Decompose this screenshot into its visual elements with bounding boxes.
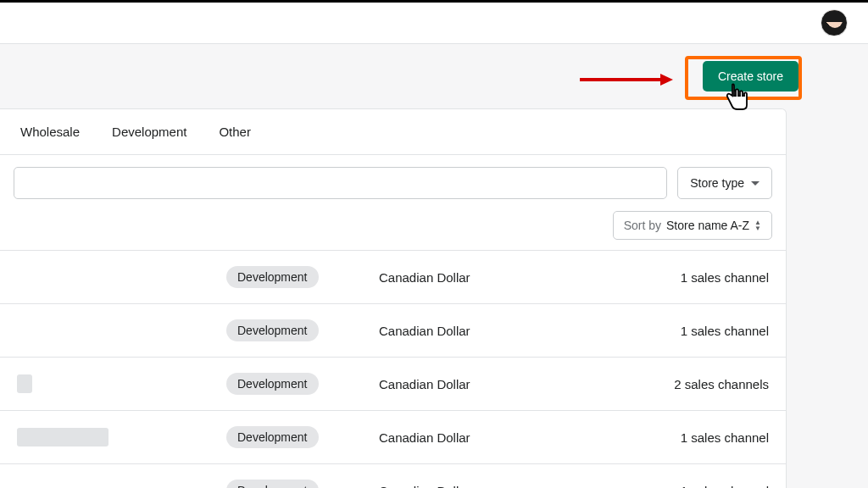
table-row[interactable]: DevelopmentCanadian Dollar2 sales channe…	[0, 357, 786, 410]
channels-cell: 1 sales channel	[599, 484, 769, 489]
badge-cell: Development	[226, 266, 379, 288]
top-bar	[0, 0, 868, 44]
store-name-cell	[17, 481, 226, 488]
currency-cell: Canadian Dollar	[379, 324, 599, 338]
store-name-placeholder	[17, 428, 108, 446]
store-type-label: Store type	[690, 176, 744, 190]
status-badge: Development	[226, 266, 319, 288]
currency-cell: Canadian Dollar	[379, 484, 599, 489]
badge-cell: Development	[226, 480, 379, 488]
channels-cell: 2 sales channels	[599, 377, 769, 391]
action-row: Create store	[0, 61, 868, 92]
create-store-button[interactable]: Create store	[703, 61, 798, 92]
store-name-cell	[17, 268, 226, 286]
status-badge: Development	[226, 480, 319, 488]
tabs: Wholesale Development Other	[0, 109, 786, 155]
table-row[interactable]: DevelopmentCanadian Dollar1 sales channe…	[0, 410, 786, 463]
badge-cell: Development	[226, 319, 379, 341]
currency-cell: Canadian Dollar	[379, 377, 599, 391]
currency-cell: Canadian Dollar	[379, 430, 599, 445]
store-name-cell	[17, 374, 226, 393]
store-name-cell	[17, 428, 226, 446]
tab-development[interactable]: Development	[112, 125, 186, 139]
page-body: Create store Wholesale Development Other…	[0, 44, 868, 488]
caret-down-icon	[751, 181, 760, 186]
status-badge: Development	[226, 373, 319, 395]
tab-wholesale[interactable]: Wholesale	[20, 125, 80, 139]
channels-cell: 1 sales channel	[599, 270, 769, 285]
annotation-arrow-icon	[580, 71, 673, 88]
avatar[interactable]	[821, 9, 848, 36]
table-row[interactable]: DevelopmentCanadian Dollar1 sales channe…	[0, 463, 786, 488]
store-name-cell	[17, 321, 226, 340]
store-name-placeholder	[17, 374, 32, 393]
badge-cell: Development	[226, 373, 379, 395]
sort-arrows-icon: ▲▼	[754, 220, 761, 231]
search-input[interactable]	[14, 167, 667, 199]
content-card: Wholesale Development Other Store type S…	[0, 108, 787, 488]
table-row[interactable]: DevelopmentCanadian Dollar1 sales channe…	[0, 250, 786, 303]
sort-prefix: Sort by	[624, 219, 661, 232]
sort-value: Store name A-Z	[666, 219, 749, 232]
sort-row: Sort by Store name A-Z ▲▼	[0, 211, 786, 250]
badge-cell: Development	[226, 426, 379, 448]
cursor-hand-icon	[724, 83, 749, 112]
filter-row: Store type	[0, 155, 786, 211]
status-badge: Development	[226, 319, 319, 341]
currency-cell: Canadian Dollar	[379, 270, 599, 285]
channels-cell: 1 sales channel	[599, 430, 769, 445]
table-row[interactable]: DevelopmentCanadian Dollar1 sales channe…	[0, 303, 786, 357]
tab-other[interactable]: Other	[219, 125, 251, 139]
status-badge: Development	[226, 426, 319, 448]
channels-cell: 1 sales channel	[599, 324, 769, 338]
store-type-filter-button[interactable]: Store type	[677, 167, 772, 199]
sort-button[interactable]: Sort by Store name A-Z ▲▼	[613, 211, 772, 240]
svg-marker-1	[660, 74, 673, 86]
